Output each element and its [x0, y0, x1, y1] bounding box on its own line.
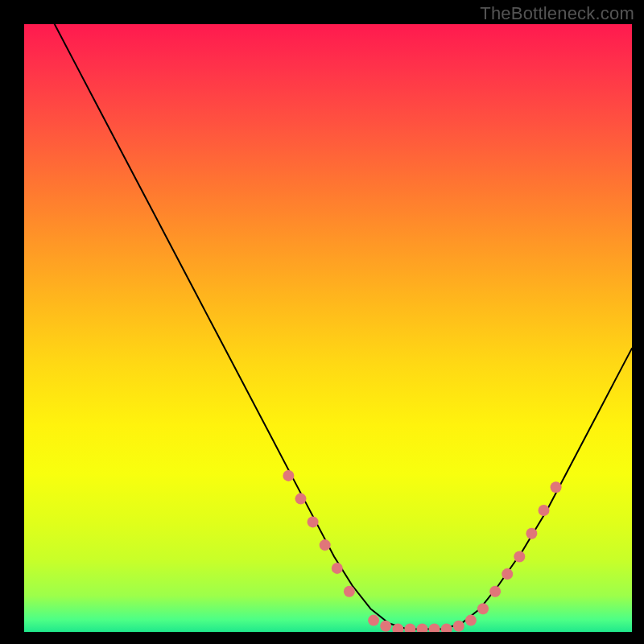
- highlight-marker: [539, 505, 550, 516]
- highlight-marker: [332, 563, 343, 574]
- highlight-marker: [441, 623, 452, 632]
- highlight-marker: [477, 603, 489, 614]
- highlight-marker: [404, 623, 415, 632]
- highlight-marker: [320, 539, 331, 551]
- chart-frame: TheBottleneck.com: [0, 0, 644, 644]
- highlight-marker: [465, 615, 477, 626]
- chart-svg: [24, 24, 632, 632]
- highlight-marker: [380, 621, 391, 632]
- highlight-marker: [551, 481, 562, 493]
- highlight-marker: [489, 586, 501, 597]
- plot-area: [24, 24, 632, 632]
- watermark-text: TheBottleneck.com: [480, 3, 634, 24]
- highlight-marker: [344, 586, 355, 597]
- highlight-marker: [526, 528, 537, 539]
- highlight-marker: [417, 623, 428, 632]
- highlight-marker: [368, 615, 379, 626]
- highlight-marker: [429, 623, 440, 632]
- highlight-marker: [283, 470, 294, 481]
- highlight-marker: [514, 551, 525, 563]
- highlight-marker: [502, 568, 513, 580]
- bottleneck-curve: [55, 24, 632, 629]
- highlight-marker: [308, 516, 319, 527]
- marker-group: [283, 470, 561, 632]
- highlight-marker: [453, 621, 464, 632]
- highlight-marker: [295, 493, 307, 505]
